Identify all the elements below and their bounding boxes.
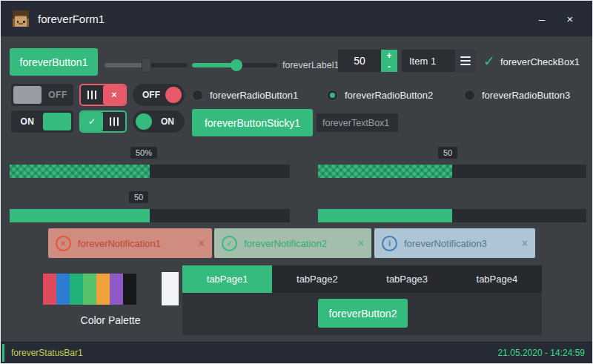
radio-label: foreverRadioButton2 [345, 90, 433, 101]
info-icon: i [382, 236, 397, 251]
notification-close-icon[interactable]: × [522, 237, 528, 249]
grip-lines-icon [103, 112, 125, 131]
toggle-label: OFF [142, 84, 160, 106]
app-icon [13, 10, 29, 27]
progress-badge-2: 50 [438, 147, 457, 159]
window-controls: – × [531, 13, 580, 25]
toggle-knob [13, 86, 42, 104]
toggle-label: OFF [44, 84, 72, 106]
color-swatch-4[interactable] [83, 274, 96, 305]
numeric-updown: 50 + - [338, 50, 397, 72]
tab-tabPage4[interactable]: tabPage4 [452, 265, 542, 293]
status-datetime: 21.05.2020 - 14:24:59 [498, 348, 585, 358]
forever-label-1: foreverLabel1 [282, 60, 339, 70]
window-title: foreverForm1 [38, 13, 105, 25]
toggle-danger-grip[interactable]: × [79, 84, 127, 106]
trackbar-2-thumb[interactable] [231, 59, 242, 71]
toggle-label: ON [13, 110, 42, 133]
toggle-on-circle[interactable]: ON [133, 110, 185, 133]
trackbar-2[interactable] [192, 58, 277, 73]
forever-button-2[interactable]: foreverButton2 [318, 299, 408, 328]
toggle-check-icon: ✓ [81, 112, 103, 131]
numeric-decrease-button[interactable]: - [381, 61, 397, 72]
color-swatch-8[interactable] [136, 274, 150, 305]
toggle-label: ON [161, 110, 174, 133]
forever-textbox[interactable] [317, 113, 398, 132]
trackbar-1-fill [105, 63, 146, 67]
color-swatch-2[interactable] [56, 274, 70, 305]
notification-success: ✓ foreverNotification2 × [214, 228, 371, 258]
checkbox-check-icon: ✓ [483, 54, 495, 69]
progress-fill [10, 165, 150, 178]
radio-button-1[interactable]: foreverRadioButton1 [192, 89, 298, 102]
forever-button-sticky[interactable]: foreverButtonSticky1 [192, 109, 313, 136]
tab-tabPage1[interactable]: tabPage1 [182, 265, 272, 293]
color-swatch-5[interactable] [96, 274, 110, 305]
trackbar-1[interactable] [105, 58, 188, 73]
tab-tabPage3[interactable]: tabPage3 [362, 265, 452, 293]
notification-close-icon[interactable]: × [358, 237, 364, 249]
status-bar: foreverStatusBar1 21.05.2020 - 14:24:59 [1, 342, 592, 363]
close-button[interactable]: × [560, 13, 580, 25]
radio-button-3[interactable]: foreverRadioButton3 [464, 89, 570, 102]
status-accent-bar [2, 344, 4, 362]
progress-bar-2 [318, 165, 586, 178]
radio-circle [464, 90, 475, 101]
toggle-accent-grip[interactable]: ✓ [79, 110, 127, 133]
combobox[interactable]: Item 1 [402, 50, 476, 72]
toggle-knob [136, 113, 152, 130]
toggle-off-danger[interactable]: OFF [133, 84, 185, 106]
forever-button-1[interactable]: foreverButton1 [10, 48, 98, 76]
trackbar-1-thumb[interactable] [142, 58, 151, 73]
selected-color-swatch [162, 272, 179, 305]
success-icon: ✓ [222, 236, 237, 251]
notification-close-icon[interactable]: × [199, 237, 205, 249]
minimize-button[interactable]: – [531, 13, 552, 25]
radio-dot [330, 93, 335, 98]
forever-checkbox[interactable]: ✓ foreverCheckBox1 [483, 54, 580, 69]
color-palette [43, 274, 150, 305]
radio-circle [327, 90, 338, 101]
notification-text: foreverNotification2 [244, 238, 354, 249]
error-icon: × [56, 236, 71, 251]
notification-error: × foreverNotification1 × [48, 228, 212, 258]
color-swatch-7[interactable] [123, 274, 136, 305]
toggle-off-disabled[interactable]: OFF [11, 84, 73, 106]
numeric-value[interactable]: 50 [338, 50, 381, 72]
numeric-increase-button[interactable]: + [381, 50, 397, 61]
color-swatch-6[interactable] [110, 274, 123, 305]
checkbox-label: foreverCheckBox1 [500, 56, 580, 67]
combobox-menu-icon[interactable] [455, 50, 476, 72]
progress-bar-4 [318, 209, 586, 222]
title-bar[interactable]: foreverForm1 – × [1, 1, 592, 36]
toggle-knob [43, 113, 71, 130]
color-swatch-3[interactable] [70, 274, 83, 305]
notification-text: foreverNotification1 [78, 238, 194, 249]
radio-label: foreverRadioButton3 [482, 90, 570, 101]
window: foreverForm1 – × foreverButton1 foreverL… [0, 0, 593, 364]
progress-fill [318, 209, 452, 222]
progress-fill [10, 209, 150, 222]
radio-circle [192, 90, 203, 101]
progress-fill [318, 165, 452, 178]
toggle-x-icon: × [103, 85, 125, 105]
combobox-value: Item 1 [402, 56, 455, 67]
toggle-knob [165, 87, 182, 103]
progress-bar-1 [10, 165, 290, 178]
tab-bar: tabPage1 tabPage2 tabPage3 tabPage4 [182, 265, 542, 293]
notification-text: foreverNotification3 [404, 238, 517, 249]
color-swatch-1[interactable] [43, 274, 56, 305]
radio-button-2[interactable]: foreverRadioButton2 [327, 89, 433, 102]
palette-caption: Color Palette [50, 314, 171, 326]
radio-label: foreverRadioButton1 [210, 90, 298, 101]
progress-badge-1: 50% [130, 147, 157, 159]
progress-bar-3 [10, 209, 290, 222]
notification-info: i foreverNotification3 × [374, 228, 535, 258]
progress-badge-3: 50 [129, 191, 148, 203]
trackbar-2-fill [192, 63, 236, 67]
numeric-buttons: + - [381, 50, 397, 72]
grip-lines-icon [81, 85, 103, 105]
tab-tabPage2[interactable]: tabPage2 [272, 265, 362, 293]
toggle-on-accent[interactable]: ON [11, 110, 73, 133]
status-label: foreverStatusBar1 [11, 348, 83, 358]
